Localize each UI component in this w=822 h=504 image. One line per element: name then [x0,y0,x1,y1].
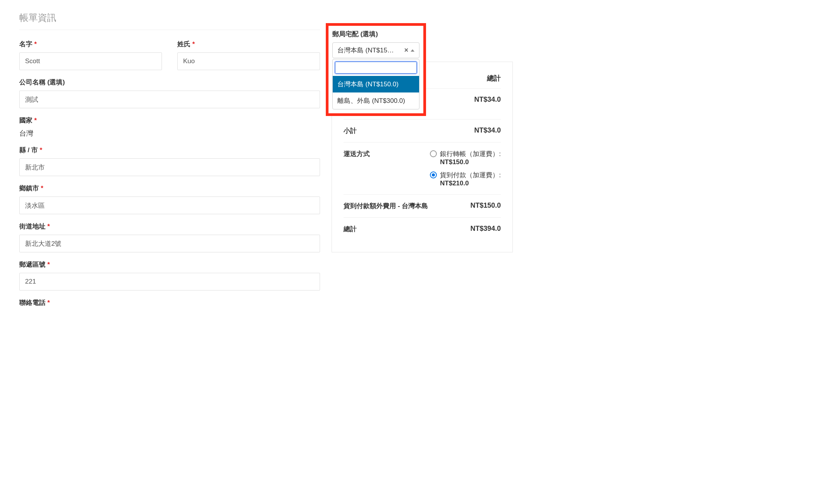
district-label: 鄉鎮市 * [19,184,320,193]
state-label: 縣 / 市 * [19,146,320,155]
product-price: NT$34.0 [474,96,501,104]
shipping-option-label-text: 貨到付款（加運費）: [440,171,501,179]
label-text: 街道地址 [19,223,45,230]
address-label: 街道地址 * [19,222,320,231]
shipping-method-label: 運送方式 [344,150,422,158]
required-mark: * [34,40,37,48]
label-text: 名字 [19,40,32,48]
required-mark: * [41,185,44,192]
clear-icon[interactable]: × [404,46,408,54]
shipping-option-price: NT$150.0 [440,158,469,166]
required-mark: * [40,146,42,154]
label-text: 郵遞區號 [19,261,45,268]
shipping-select-highlight: 郵局宅配 (選填) 台灣本島 (NT$15… × 台灣本島 (NT$150.0)… [326,23,426,116]
shipping-option-0[interactable]: 台灣本島 (NT$150.0) [333,76,419,92]
subtotal-value: NT$34.0 [474,126,501,134]
phone-label: 聯絡電話 * [19,298,320,307]
billing-title: 帳單資訊 [19,12,320,24]
label-text: 聯絡電話 [19,299,45,306]
company-label: 公司名稱 (選填) [19,78,320,87]
required-mark: * [47,261,50,268]
label-text: 姓氏 [177,40,190,48]
divider [19,30,320,30]
state-input[interactable] [19,158,320,176]
first-name-input[interactable] [19,52,162,70]
summary-header-total: 總計 [487,74,501,83]
district-input[interactable] [19,197,320,214]
country-value: 台灣 [19,129,320,138]
billing-form: 帳單資訊 名字 * 姓氏 * 公司名稱 (選填) [19,12,320,311]
postcode-label: 郵遞區號 * [19,260,320,269]
radio-unchecked-icon[interactable] [430,150,437,157]
address-input[interactable] [19,235,320,252]
subtotal-label: 小計 [344,126,474,135]
shipping-search-input[interactable] [335,62,417,74]
shipping-option-1[interactable]: 離島、外島 (NT$300.0) [333,92,419,109]
shipping-option-price: NT$210.0 [440,180,469,187]
label-text: 國家 [19,117,32,124]
radio-checked-icon[interactable] [430,171,437,178]
country-label: 國家 * [19,116,320,125]
last-name-label: 姓氏 * [177,40,320,49]
shipping-select-label: 郵局宅配 (選填) [332,30,419,39]
shipping-option-cod[interactable]: 貨到付款（加運費）: NT$210.0 [422,171,501,187]
cod-fee-value: NT$150.0 [470,202,501,210]
first-name-label: 名字 * [19,40,162,49]
shipping-option-label-text: 銀行轉帳（加運費）: [440,150,501,158]
company-input[interactable] [19,91,320,108]
total-label: 總計 [344,225,470,234]
shipping-select[interactable]: 台灣本島 (NT$15… × [332,42,419,58]
label-text: 鄉鎮市 [19,185,39,192]
shipping-select-value: 台灣本島 (NT$15… [337,46,402,55]
total-value: NT$394.0 [470,225,501,233]
shipping-dropdown: 台灣本島 (NT$150.0) 離島、外島 (NT$300.0) [332,59,419,109]
required-mark: * [192,40,195,48]
required-mark: * [47,223,50,230]
postcode-input[interactable] [19,273,320,291]
shipping-option-bank[interactable]: 銀行轉帳（加運費）: NT$150.0 [422,150,501,166]
required-mark: * [34,117,37,124]
chevron-up-icon [411,49,414,52]
required-mark: * [47,299,50,306]
last-name-input[interactable] [177,52,320,70]
cod-fee-label: 貨到付款額外費用 - 台灣本島 [344,202,470,210]
label-text: 縣 / 市 [19,146,38,154]
